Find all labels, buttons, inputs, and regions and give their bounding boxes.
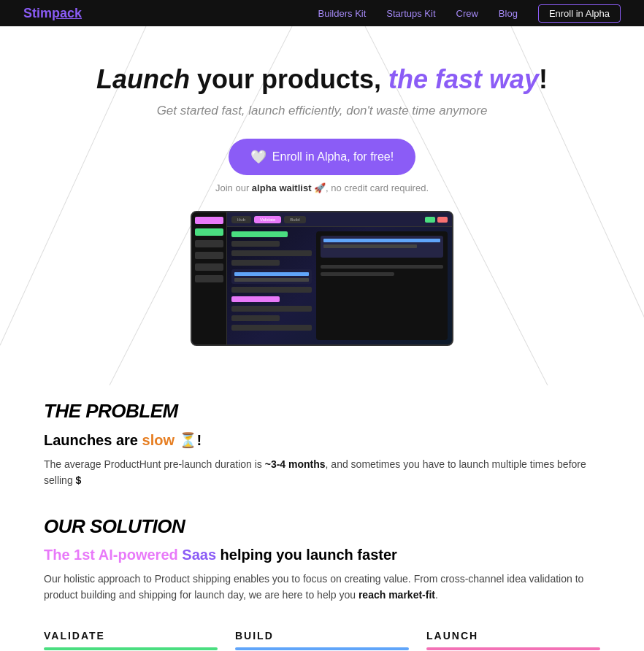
hero-subtitle: Get started fast, launch efficiently, do… (15, 104, 629, 118)
waitlist-text: Join our alpha waitlist 🚀, no credit car… (15, 182, 629, 193)
card-validate-title: VALIDATE (44, 630, 218, 642)
problem-section: THE PROBLEM Launches are slow ⏳! The ave… (0, 385, 644, 501)
card-build: BUILD Saas Webapps Kits (235, 630, 409, 651)
screenshot-sidebar (192, 212, 227, 344)
solution-title: OUR SOLUTION (44, 515, 600, 538)
card-launch: LAUNCH One-click Checklists Analyzer (426, 630, 600, 651)
card-build-title: BUILD (235, 630, 409, 642)
solution-section: OUR SOLUTION The 1st AI-powered Saas hel… (0, 501, 644, 615)
card-build-bar (235, 647, 409, 650)
card-validate: VALIDATE Cross channel Content Twitter-r… (44, 630, 218, 651)
problem-body: The average ProductHunt pre-launch durat… (44, 456, 600, 489)
solution-suffix: helping you launch faster (216, 547, 397, 563)
hero-section: Launch your products, the fast way! Get … (0, 26, 644, 385)
solution-pink: The 1st AI-powered (44, 547, 178, 563)
problem-title: THE PROBLEM (44, 400, 600, 423)
nav-enroll-button[interactable]: Enroll in Alpha (538, 4, 621, 23)
hero-title-exclaim: ! (539, 64, 548, 94)
nav-builders-kit[interactable]: Builders Kit (318, 8, 367, 19)
solution-purple: Saas (182, 547, 216, 563)
heart-icon: 🤍 (250, 149, 267, 165)
navbar: Stimpack Builders Kit Startups Kit Crew … (0, 0, 644, 26)
problem-slow: slow (142, 432, 175, 448)
hero-title: Launch your products, the fast way! (15, 64, 629, 95)
problem-suffix: ! (197, 432, 202, 448)
problem-emoji: ⏳ (179, 432, 197, 448)
cta-enroll-button[interactable]: 🤍 Enroll in Alpha, for free! (229, 139, 415, 175)
screenshot-main: Hub Validate Build (227, 212, 452, 344)
logo-pack: pack (52, 6, 82, 20)
nav-links: Builders Kit Startups Kit Crew Blog Enro… (318, 4, 621, 23)
solution-highlight: reach market-fit (359, 589, 435, 601)
nav-crew[interactable]: Crew (456, 8, 478, 19)
app-screenshot: Hub Validate Build (191, 211, 453, 346)
card-launch-bar (426, 647, 600, 650)
cta-label: Enroll in Alpha, for free! (272, 150, 394, 163)
nav-startups-kit[interactable]: Startups Kit (386, 8, 435, 19)
hero-title-fast: the fast way (388, 64, 539, 94)
waitlist-prefix: Join our (215, 182, 252, 193)
problem-subtitle: Launches are slow ⏳! (44, 431, 600, 449)
problem-highlight: ~3-4 months (265, 458, 326, 470)
hero-title-rest: your products, (190, 64, 388, 94)
solution-body: Our holistic approach to Product shippin… (44, 571, 600, 604)
cards-row: VALIDATE Cross channel Content Twitter-r… (0, 615, 644, 651)
solution-subtitle: The 1st AI-powered Saas helping you laun… (44, 547, 600, 563)
card-launch-title: LAUNCH (426, 630, 600, 642)
hero-title-launch: Launch (96, 64, 190, 94)
card-validate-bar (44, 647, 218, 650)
waitlist-suffix: , no credit card required. (326, 182, 429, 193)
nav-blog[interactable]: Blog (499, 8, 518, 19)
problem-subtitle-prefix: Launches are (44, 432, 142, 448)
waitlist-emoji: 🚀 (314, 182, 326, 193)
logo[interactable]: Stimpack (23, 6, 82, 21)
waitlist-link[interactable]: alpha waitlist (252, 182, 312, 193)
logo-stim: Stim (23, 6, 52, 20)
